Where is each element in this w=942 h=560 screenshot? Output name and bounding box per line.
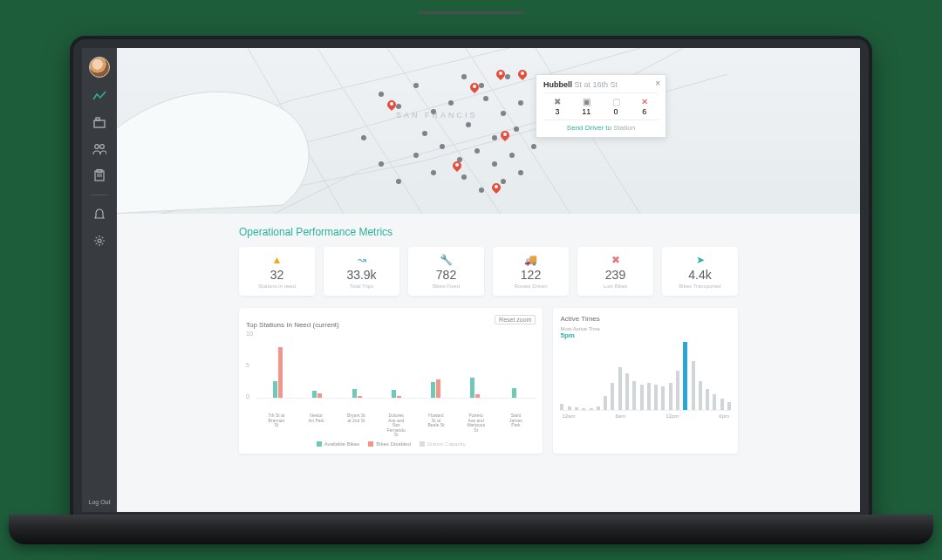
station-dot[interactable]	[492, 135, 497, 140]
close-icon[interactable]: ×	[655, 79, 660, 88]
histogram-bar[interactable]	[604, 396, 607, 410]
bar-disabled	[278, 347, 283, 399]
send-driver-link[interactable]: Send Driver to Station	[543, 120, 659, 132]
bar-group[interactable]	[505, 388, 524, 398]
metric-total-trips[interactable]: ↝ 33.9k Total Trips	[324, 247, 399, 296]
station-dot[interactable]	[505, 74, 510, 79]
avatar[interactable]	[89, 57, 110, 78]
station-dot[interactable]	[422, 131, 427, 136]
station-pin-icon[interactable]	[453, 161, 461, 174]
svg-point-2	[95, 145, 99, 149]
map-city-label: SAN FRANCIS	[396, 111, 478, 120]
station-dot[interactable]	[483, 96, 488, 101]
station-dot[interactable]	[361, 135, 366, 140]
histogram-bar[interactable]	[647, 383, 651, 410]
station-dot[interactable]	[518, 100, 523, 106]
histogram-bar[interactable]	[676, 371, 679, 410]
histogram-bar[interactable]	[632, 381, 636, 410]
station-dot[interactable]	[479, 83, 484, 88]
histogram-bar[interactable]	[713, 394, 716, 410]
histogram-bar[interactable]	[654, 385, 658, 410]
metric-routes-driven[interactable]: 🚚 122 Routes Driven	[493, 247, 569, 296]
legend-label: Station Capacity	[427, 441, 466, 447]
bar-group[interactable]	[466, 378, 485, 398]
metric-label: Routes Driven	[496, 283, 565, 289]
histogram-bar[interactable]	[590, 408, 593, 410]
station-dot[interactable]	[431, 170, 436, 175]
station-dot[interactable]	[413, 153, 419, 158]
nav-settings-icon[interactable]	[92, 234, 106, 248]
screen: Log Out	[82, 48, 860, 512]
station-dot[interactable]	[501, 111, 506, 116]
logout-link[interactable]: Log Out	[89, 499, 111, 505]
histogram-bar[interactable]	[575, 407, 578, 410]
map-landmass	[117, 92, 309, 214]
station-dot[interactable]	[531, 144, 536, 149]
metric-lost-bikes[interactable]: ✖ 239 Lost Bikes	[577, 247, 653, 296]
station-dot[interactable]	[413, 83, 419, 88]
nav-stations-icon[interactable]	[92, 116, 106, 130]
station-pin-icon[interactable]	[496, 70, 505, 82]
nav-analytics-icon[interactable]	[92, 90, 106, 104]
histogram-bar[interactable]	[661, 386, 665, 410]
bar-group[interactable]	[426, 379, 445, 398]
station-pin-icon[interactable]	[518, 70, 527, 82]
metric-bikes-fixed[interactable]: 🔧 782 Bikes Fixed	[408, 247, 484, 296]
nav-users-icon[interactable]	[92, 142, 106, 156]
station-dot[interactable]	[396, 104, 401, 109]
nav-clipboard-icon[interactable]	[92, 168, 106, 182]
nav-notifications-icon[interactable]	[92, 208, 106, 222]
histogram-bar[interactable]	[727, 402, 731, 410]
station-dot[interactable]	[440, 144, 445, 149]
station-dot[interactable]	[461, 74, 467, 79]
station-dot[interactable]	[501, 179, 506, 184]
histogram-bar[interactable]	[560, 404, 563, 410]
bar-group[interactable]	[308, 391, 327, 398]
station-dot[interactable]	[466, 122, 471, 127]
histogram-bar[interactable]	[568, 406, 571, 410]
map[interactable]: SAN FRANCIS × Hubbell St at 16th St ✖3 ▣…	[117, 48, 860, 214]
station-dot[interactable]	[509, 153, 515, 158]
station-dot[interactable]	[479, 188, 484, 193]
station-pin-icon[interactable]	[492, 183, 501, 195]
station-popup: × Hubbell St at 16th St ✖3 ▣11 ▢0 ✕6 Sen…	[536, 74, 666, 138]
histogram-bar[interactable]	[669, 383, 672, 410]
metric-label: Lost Bikes	[581, 283, 650, 289]
station-dot[interactable]	[492, 161, 497, 167]
histogram-bar[interactable]	[582, 408, 585, 410]
histogram-bar[interactable]	[692, 361, 695, 410]
transport-icon: ➤	[666, 254, 734, 266]
station-dot[interactable]	[518, 170, 523, 175]
bar-group[interactable]	[269, 347, 288, 399]
bar-group[interactable]	[386, 390, 406, 398]
bar-available	[431, 382, 435, 398]
bar-available	[392, 390, 396, 398]
station-dot[interactable]	[474, 148, 480, 154]
histogram-bar[interactable]	[683, 342, 687, 410]
reset-zoom-button[interactable]: Reset zoom	[495, 315, 536, 324]
histogram-bar[interactable]	[640, 385, 644, 410]
metric-stations-in-need[interactable]: ▲ 32 Stations in need	[239, 247, 315, 296]
station-dot[interactable]	[379, 161, 384, 167]
station-pin-icon[interactable]	[470, 83, 479, 95]
histogram-bar[interactable]	[611, 383, 614, 410]
station-dot[interactable]	[461, 174, 467, 180]
station-dot[interactable]	[448, 100, 454, 106]
chart-legend: Available Bikes Bikes Disabled Station C…	[246, 441, 536, 447]
histogram-bar[interactable]	[720, 399, 724, 410]
station-dot[interactable]	[396, 179, 401, 184]
histogram-bar[interactable]	[618, 367, 622, 410]
station-dot[interactable]	[379, 92, 384, 97]
station-pin-icon[interactable]	[387, 100, 396, 113]
station-dot[interactable]	[431, 109, 436, 114]
bar-group[interactable]	[347, 389, 366, 398]
histogram-bar[interactable]	[699, 381, 702, 410]
histogram-bar[interactable]	[597, 406, 600, 410]
station-dot[interactable]	[514, 126, 519, 132]
station-pin-icon[interactable]	[501, 131, 509, 143]
metric-bikes-transported[interactable]: ➤ 4.4k Bikes Transported	[662, 247, 738, 296]
histogram-bar[interactable]	[625, 373, 629, 410]
histogram-bar[interactable]	[706, 389, 709, 411]
bar-disabled	[475, 394, 480, 398]
docks-filled-icon: ▣	[582, 97, 590, 107]
